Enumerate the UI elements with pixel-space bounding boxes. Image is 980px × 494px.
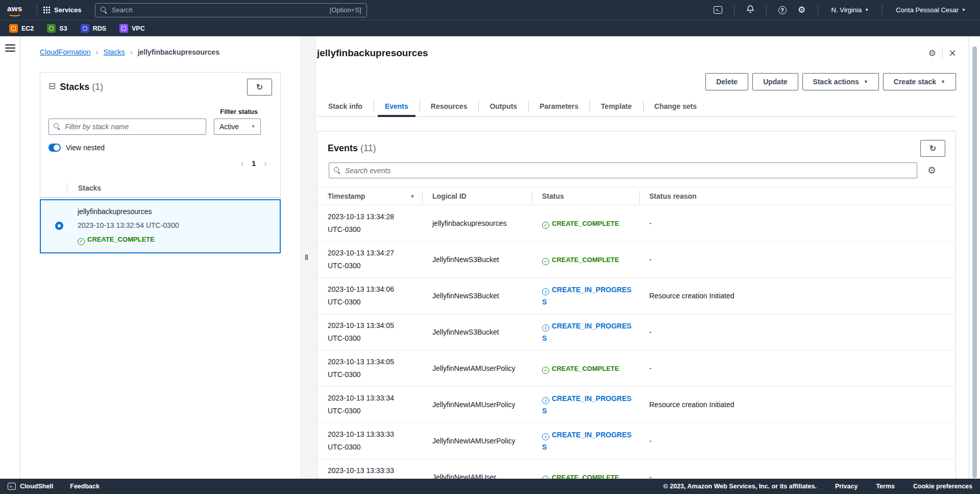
event-status: iCREATE_IN_PROGRESS — [542, 284, 635, 308]
stack-actions-button[interactable]: Stack actions▼ — [802, 73, 879, 90]
events-panel: Events (11) ↻ ⚙ Timestamp▼ Logical ID St… — [317, 131, 956, 488]
event-timestamp: 2023-10-13 13:33:34 UTC-0300 — [328, 392, 407, 417]
hamburger-menu-icon[interactable] — [5, 44, 15, 52]
event-row: 2023-10-13 13:34:05 UTC-0300 JellyfinNew… — [317, 350, 955, 386]
favorite-ec2[interactable]: EC2 — [9, 24, 34, 33]
search-icon — [54, 123, 61, 130]
in-progress-info-icon: i — [542, 397, 549, 404]
event-logical-id: JellyfinNewIAMUserPolicy — [432, 401, 516, 409]
filter-status-label: Filter status — [220, 108, 258, 115]
stack-status: ✓CREATE_COMPLETE — [78, 232, 179, 246]
events-preferences-gear-icon[interactable]: ⚙ — [927, 164, 936, 176]
search-events-input[interactable] — [345, 167, 912, 175]
refresh-events-button[interactable]: ↻ — [920, 140, 945, 157]
tab-change-sets[interactable]: Change sets — [643, 98, 708, 116]
cloudshell-button[interactable]: >_ — [708, 6, 728, 14]
event-timestamp: 2023-10-13 13:34:28 UTC-0300 — [328, 210, 407, 236]
footer-cloudshell-button[interactable]: >_ CloudShell — [8, 483, 53, 490]
notifications-button[interactable] — [741, 5, 760, 15]
favorite-vpc[interactable]: VPC — [119, 24, 145, 33]
stack-detail-tabs: Stack info Events Resources Outputs Para… — [317, 98, 956, 117]
event-status: iCREATE_IN_PROGRESS — [542, 429, 635, 453]
region-selector[interactable]: N. Virginia ▼ — [824, 6, 876, 14]
view-nested-toggle[interactable] — [48, 144, 61, 152]
stack-list-item-selected[interactable]: jellyfinbackupresources 2023-10-13 13:32… — [40, 199, 281, 253]
global-search-input[interactable] — [112, 6, 326, 14]
success-check-icon: ✓ — [542, 367, 549, 374]
update-button[interactable]: Update — [752, 73, 798, 90]
success-check-icon: ✓ — [78, 238, 85, 245]
divider — [882, 5, 883, 16]
in-progress-info-icon: i — [542, 324, 549, 332]
event-status-reason: Resource creation Initiated — [649, 292, 734, 300]
grid-icon — [43, 7, 50, 13]
events-table: Timestamp▼ Logical ID Status Status reas… — [317, 187, 955, 494]
chevron-down-icon: ▼ — [251, 125, 255, 129]
breadcrumb-stacks[interactable]: Stacks — [104, 48, 125, 56]
tab-parameters[interactable]: Parameters — [528, 98, 590, 116]
footer-cookie-preferences-link[interactable]: Cookie preferences — [913, 483, 972, 490]
delete-button[interactable]: Delete — [705, 73, 748, 90]
panel-resize-handle[interactable]: ‖ — [305, 253, 309, 262]
scrollbar-thumb[interactable] — [972, 46, 977, 478]
event-status-reason: - — [649, 328, 652, 336]
close-panel-icon[interactable]: × — [949, 47, 956, 59]
previous-page-button[interactable]: ‹ — [240, 159, 243, 168]
tab-outputs[interactable]: Outputs — [478, 98, 528, 116]
stack-filter-box — [48, 119, 206, 135]
favorites-bar: EC2 S3 RDS VPC — [0, 20, 980, 36]
panel-settings-gear-icon[interactable]: ⚙ — [928, 49, 936, 58]
stack-filter-input[interactable] — [65, 123, 201, 131]
divider — [37, 5, 37, 16]
pagination: ‹ 1 › — [40, 159, 275, 168]
event-status: ✓CREATE_COMPLETE — [542, 253, 635, 266]
tab-stack-info[interactable]: Stack info — [317, 98, 374, 116]
event-status-reason: - — [649, 437, 652, 445]
search-shortcut-hint: [Option+S] — [330, 6, 361, 14]
current-page[interactable]: 1 — [252, 159, 256, 168]
tab-resources[interactable]: Resources — [420, 98, 479, 116]
bell-icon — [746, 5, 754, 15]
tab-events[interactable]: Events — [374, 98, 420, 116]
ec2-icon — [9, 24, 18, 33]
search-icon — [101, 7, 108, 14]
breadcrumb-cloudformation[interactable]: CloudFormation — [40, 48, 91, 56]
event-status-reason: - — [649, 255, 652, 264]
cloudshell-icon: >_ — [714, 6, 722, 14]
event-row: 2023-10-13 13:33:33 UTC-0300 JellyfinNew… — [317, 422, 955, 459]
rds-icon — [81, 24, 89, 33]
divider — [942, 47, 943, 59]
footer-feedback-button[interactable]: Feedback — [70, 483, 100, 490]
next-page-button[interactable]: › — [264, 159, 267, 168]
column-status-reason: Status reason — [639, 189, 955, 204]
settings-button[interactable]: ⚙ — [792, 6, 812, 14]
footer-privacy-link[interactable]: Privacy — [835, 483, 857, 490]
global-search-box[interactable]: [Option+S] — [95, 3, 367, 17]
sort-descending-icon[interactable]: ▼ — [410, 194, 415, 199]
event-row: 2023-10-13 13:34:28 UTC-0300 jellyfinbac… — [317, 205, 955, 241]
services-menu-button[interactable]: Services — [43, 6, 82, 14]
status-filter-select[interactable]: Active ▼ — [214, 119, 261, 135]
panel-gap: ‖ — [300, 36, 316, 494]
vertical-scrollbar[interactable] — [969, 36, 980, 494]
create-stack-button[interactable]: Create stack▼ — [883, 73, 956, 90]
event-status: iCREATE_IN_PROGRESS — [542, 392, 635, 417]
breadcrumb: CloudFormation › Stacks › jellyfinbackup… — [40, 48, 281, 56]
collapse-icon[interactable]: ⊟ — [48, 82, 56, 90]
favorite-s3[interactable]: S3 — [47, 24, 67, 33]
refresh-stacks-button[interactable]: ↻ — [247, 79, 272, 96]
favorite-rds[interactable]: RDS — [81, 24, 106, 33]
footer-terms-link[interactable]: Terms — [876, 483, 895, 490]
tab-template[interactable]: Template — [590, 98, 643, 116]
stack-radio-selected[interactable] — [55, 222, 63, 230]
account-menu[interactable]: Conta Pessoal Cesar ▼ — [889, 6, 973, 14]
success-check-icon: ✓ — [542, 222, 549, 229]
stack-timestamp: 2023-10-13 13:32:54 UTC-0300 — [78, 219, 179, 232]
help-button[interactable]: ? — [773, 6, 792, 14]
column-timestamp[interactable]: Timestamp — [328, 192, 365, 200]
event-timestamp: 2023-10-13 13:34:06 UTC-0300 — [328, 283, 407, 309]
services-label: Services — [54, 6, 82, 14]
stacks-sidebar: CloudFormation › Stacks › jellyfinbackup… — [20, 36, 300, 494]
stack-name: jellyfinbackupresources — [78, 205, 179, 219]
aws-logo[interactable]: aws — [7, 4, 26, 16]
